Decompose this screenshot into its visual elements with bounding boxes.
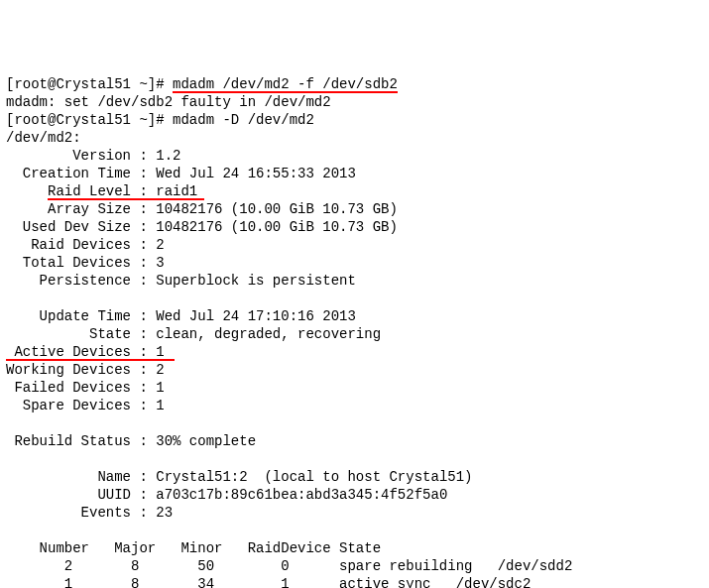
field-raidlevel: Raid Level : raid1 (6, 183, 197, 199)
field-working-value: 2 (156, 362, 164, 378)
prompt: [root@Crystal51 ~]# (6, 76, 173, 92)
field-name-value: Crystal51:2 (local to host Crystal51) (156, 469, 472, 485)
field-totaldev-label: Total Devices : (6, 255, 156, 271)
field-totaldev-value: 3 (156, 255, 164, 271)
field-uuid-label: UUID : (6, 487, 156, 503)
field-spare-value: 1 (156, 398, 164, 413)
field-useddev-value: 10482176 (10.00 GiB 10.73 GB) (156, 219, 398, 235)
field-spare-label: Spare Devices : (6, 398, 156, 413)
field-raiddev-label: Raid Devices : (6, 237, 156, 253)
terminal-output: [root@Crystal51 ~]# mdadm /dev/md2 -f /d… (6, 76, 572, 588)
field-useddev-label: Used Dev Size : (6, 219, 156, 235)
table-header: Number Major Minor RaidDevice State (6, 540, 381, 556)
field-update-label: Update Time : (6, 308, 156, 324)
command-1: mdadm /dev/md2 -f /dev/sdb2 (173, 76, 398, 92)
field-persist-label: Persistence : (6, 273, 156, 289)
field-arraysize-label: Array Size : (6, 201, 156, 217)
command-2: mdadm -D /dev/md2 (173, 112, 314, 128)
field-events-value: 23 (156, 505, 173, 521)
field-creation-label: Creation Time : (6, 166, 156, 181)
field-creation-value: Wed Jul 24 16:55:33 2013 (156, 166, 356, 181)
table-row: 2 8 50 0 spare rebuilding /dev/sdd2 (6, 558, 572, 574)
field-raiddev-value: 2 (156, 237, 164, 253)
field-working-label: Working Devices : (6, 362, 156, 378)
field-failed-value: 1 (156, 380, 164, 396)
prompt: [root@Crystal51 ~]# (6, 112, 173, 128)
field-rebuild-label: Rebuild Status : (6, 433, 156, 449)
field-state-value: clean, degraded, recovering (156, 326, 381, 342)
field-active-label: Active Devices : (6, 344, 156, 360)
field-update-value: Wed Jul 24 17:10:16 2013 (156, 308, 356, 324)
field-persist-value: Superblock is persistent (156, 273, 356, 289)
field-raidlevel-label: Raid Level : (6, 183, 156, 199)
output-line: mdadm: set /dev/sdb2 faulty in /dev/md2 (6, 94, 331, 110)
field-state-label: State : (6, 326, 156, 342)
field-name-label: Name : (6, 469, 156, 485)
field-uuid-value: a703c17b:89c61bea:abd3a345:4f52f5a0 (156, 487, 447, 503)
field-failed-label: Failed Devices : (6, 380, 156, 396)
field-version-value: 1.2 (156, 148, 180, 164)
table-row: 1 8 34 1 active sync /dev/sdc2 (6, 576, 531, 588)
field-arraysize-value: 10482176 (10.00 GiB 10.73 GB) (156, 201, 398, 217)
field-rebuild-value: 30% complete (156, 433, 256, 449)
field-events-label: Events : (6, 505, 156, 521)
field-active-value: 1 (156, 344, 164, 360)
device-header: /dev/md2: (6, 130, 81, 146)
field-version-label: Version : (6, 148, 156, 164)
field-active: Active Devices : 1 (6, 344, 165, 360)
field-raidlevel-value: raid1 (156, 183, 197, 199)
